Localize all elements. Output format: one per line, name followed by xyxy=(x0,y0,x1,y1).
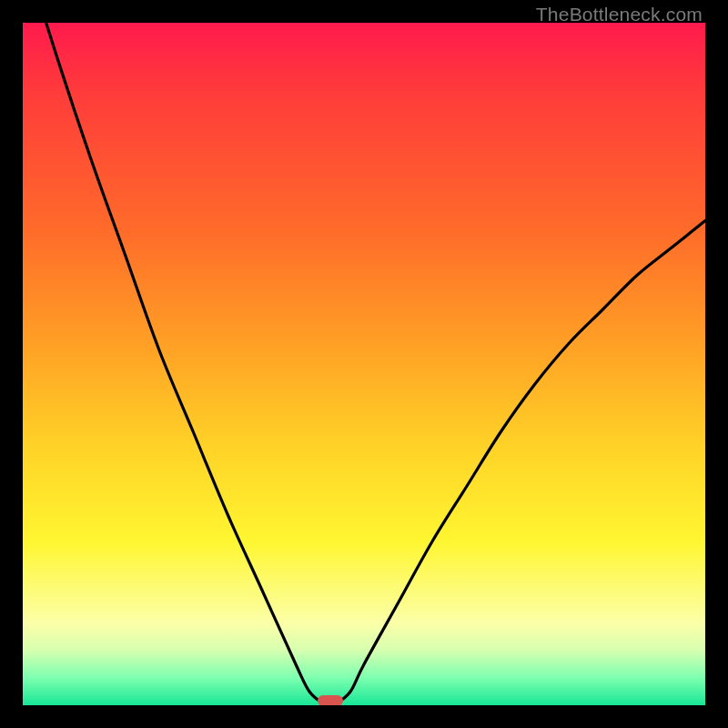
plot-area xyxy=(23,23,705,705)
bottleneck-curve xyxy=(23,23,705,705)
chart-frame: TheBottleneck.com xyxy=(0,0,728,728)
watermark-text: TheBottleneck.com xyxy=(536,4,703,25)
minimum-marker xyxy=(318,695,343,705)
